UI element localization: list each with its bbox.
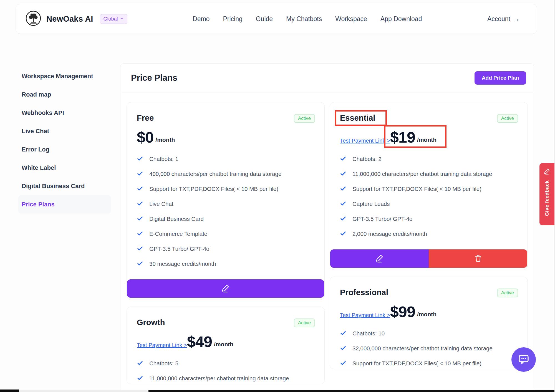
plan-card-essential: EssentialActiveTest Payment Link >$19/mo… <box>330 102 528 270</box>
account-button[interactable]: Account → <box>487 15 520 23</box>
check-icon <box>340 345 346 352</box>
plan-name-wrap: Professional <box>340 288 388 297</box>
tree-logo-icon <box>25 10 41 27</box>
price-plans-panel: Price Plans Add Price Plan FreeActive$0/… <box>120 63 534 392</box>
nav-item-demo[interactable]: Demo <box>193 15 210 23</box>
give-feedback-tab[interactable]: Give feedback <box>539 163 554 225</box>
top-navbar: NewOaks AI Global DemoPricingGuideMy Cha… <box>16 4 537 34</box>
region-selector[interactable]: Global <box>100 14 127 24</box>
feature-text: 2,000 message credits/month <box>352 231 427 237</box>
feature-text: 400,000 characters/per chatbot training … <box>149 171 281 177</box>
test-payment-link[interactable]: Test Payment Link > <box>340 138 390 144</box>
edit-plan-button[interactable] <box>330 249 429 268</box>
feature-text: Support for TXT,PDF,DOCX Files( < 10 MB … <box>352 360 481 367</box>
chevron-down-icon <box>120 16 124 22</box>
check-icon <box>340 230 346 238</box>
feature-text: 11,000,000 characters/per chatbot traini… <box>149 375 289 382</box>
feature-text: Support for TXT,PDF,DOCX Files( < 10 MB … <box>149 186 278 192</box>
plan-price: $0 <box>137 130 153 145</box>
plan-actions <box>127 279 324 298</box>
check-icon <box>137 375 143 382</box>
plan-column: FreeActive$0/monthChatbots: 1400,000 cha… <box>127 102 325 384</box>
edit-plan-button[interactable] <box>127 279 324 298</box>
status-badge: Active <box>294 114 315 123</box>
check-icon <box>137 170 143 178</box>
feature-text: Chatbots: 10 <box>352 330 385 337</box>
add-price-plan-button[interactable]: Add Price Plan <box>475 71 526 85</box>
feature-text: 11,000,000 characters/per chatbot traini… <box>352 171 492 177</box>
sidebar-item-white-label[interactable]: White Label <box>18 159 111 177</box>
sidebar-item-road-map[interactable]: Road map <box>18 85 111 104</box>
feature-row: GPT-3.5 Turbo/ GPT-4o <box>340 214 518 223</box>
check-icon <box>137 185 143 193</box>
nav-item-workspace[interactable]: Workspace <box>335 15 367 23</box>
plan-card-header: FreeActive <box>137 113 315 123</box>
price-wrap: $99/month <box>390 304 437 320</box>
check-icon <box>340 155 346 163</box>
feature-text: GPT-3.5 Turbo/ GPT-4o <box>352 216 412 222</box>
plan-name: Growth <box>137 318 165 327</box>
check-icon <box>137 230 143 238</box>
sidebar-item-digital-business-card[interactable]: Digital Business Card <box>18 177 111 195</box>
plan-card-header: GrowthActive <box>137 318 315 327</box>
test-payment-link[interactable]: Test Payment Link > <box>137 342 187 348</box>
plan-name-wrap: Free <box>137 113 154 123</box>
check-icon <box>340 185 346 193</box>
sidebar-item-error-log[interactable]: Error Log <box>18 140 111 159</box>
screenshot-edge-bar-left <box>0 390 19 392</box>
sidebar-item-live-chat[interactable]: Live Chat <box>18 122 111 140</box>
test-payment-link[interactable]: Test Payment Link > <box>340 312 390 318</box>
plan-name: Free <box>137 113 154 123</box>
nav-item-app-download[interactable]: App Download <box>380 15 422 23</box>
price-wrap: $49/month <box>187 334 233 350</box>
feature-row: Capture Leads <box>340 199 518 208</box>
sidebar-item-workspace-management[interactable]: Workspace Management <box>18 67 111 85</box>
nav-item-pricing[interactable]: Pricing <box>223 15 242 23</box>
check-icon <box>137 200 143 208</box>
check-icon <box>137 260 143 268</box>
sidebar-item-webhooks-api[interactable]: Webhooks API <box>18 104 111 122</box>
feature-list: Chatbots: 1032,000,000 characters/per ch… <box>340 329 518 368</box>
plan-name-wrap: Growth <box>137 318 165 327</box>
plan-price: $49 <box>187 334 212 350</box>
chat-launcher-button[interactable] <box>511 347 536 372</box>
chat-bubble-icon <box>517 352 530 367</box>
feature-text: Digital Business Card <box>149 216 204 222</box>
feature-text: Capture Leads <box>352 201 390 207</box>
check-icon <box>340 170 346 178</box>
feature-row: Chatbots: 2 <box>340 155 518 163</box>
plan-period: /month <box>155 136 175 145</box>
feature-row: 32,000,000 characters/per chatbot traini… <box>340 344 518 353</box>
feature-row: 30 message credits/month <box>137 259 315 268</box>
nav-item-my-chatbots[interactable]: My Chatbots <box>286 15 322 23</box>
plan-name-wrap: Essential <box>340 113 375 123</box>
feature-row: Support for TXT,PDF,DOCX Files( < 10 MB … <box>340 359 518 368</box>
feature-text: Live Chat <box>149 201 173 207</box>
check-icon <box>340 215 346 223</box>
nav-item-guide[interactable]: Guide <box>256 15 273 23</box>
page-title: Price Plans <box>131 73 177 83</box>
plan-column: EssentialActiveTest Payment Link >$19/mo… <box>330 102 528 384</box>
feature-row: Support for TXT,PDF,DOCX Files( < 10 MB … <box>137 184 315 193</box>
check-icon <box>137 360 143 367</box>
feature-row: 11,000,000 characters/per chatbot traini… <box>340 170 518 178</box>
brand-name: NewOaks AI <box>46 14 93 24</box>
feature-text: 30 message credits/month <box>149 261 216 267</box>
feature-text: Chatbots: 2 <box>352 156 382 162</box>
sidebar-item-price-plans[interactable]: Price Plans <box>18 195 111 214</box>
main-nav: DemoPricingGuideMy ChatbotsWorkspaceApp … <box>193 15 422 23</box>
plan-price: $19 <box>390 130 415 145</box>
plan-card-header: EssentialActive <box>340 113 518 123</box>
delete-plan-button[interactable] <box>429 249 527 268</box>
check-icon <box>137 155 143 163</box>
feature-list: Chatbots: 511,000,000 characters/per cha… <box>137 359 315 383</box>
check-icon <box>137 245 143 253</box>
sidebar: Workspace ManagementRoad mapWebhooks API… <box>18 67 111 214</box>
check-icon <box>340 200 346 208</box>
trash-icon <box>474 254 483 264</box>
plan-period: /month <box>214 341 233 350</box>
feature-text: 32,000,000 characters/per chatbot traini… <box>352 345 493 352</box>
check-icon <box>340 360 346 367</box>
feature-row: GPT-3.5 Turbo/ GPT-4o <box>137 244 315 253</box>
region-selector-label: Global <box>104 16 118 22</box>
